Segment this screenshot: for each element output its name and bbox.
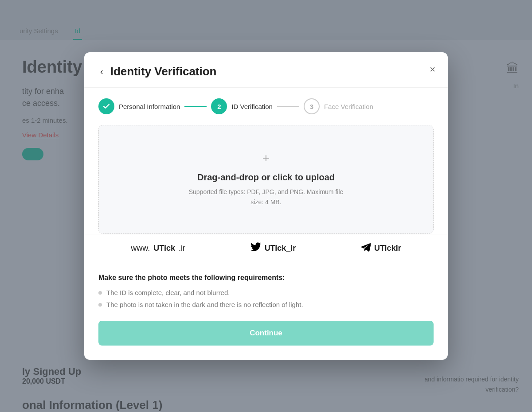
watermark-website: www.UTick.ir [131,244,185,253]
step-1-label: Personal Information [119,103,180,110]
req-title: Make sure the photo meets the following … [98,274,434,282]
watermark-telegram: UTickir [361,242,401,255]
req-list: The ID is complete, clear, and not blurr… [98,289,434,308]
step-3: 3 Face Verification [304,98,373,114]
watermark-banner: www.UTick.ir UTick_ir [84,234,448,263]
modal-title: Identity Verification [110,65,217,78]
req-bullet-2 [98,303,102,307]
watermark-twitter: UTick_ir [250,242,296,255]
steps-row: Personal Information 2 ID Verification 3… [84,88,448,125]
requirements-section: Make sure the photo meets the following … [98,263,434,317]
req-item-2: The photo is not taken in the dark and t… [98,301,434,308]
connector-1 [184,106,207,107]
req-bullet-1 [98,291,102,295]
modal-overlay: ‹ Identity Verification × Personal Infor… [0,0,532,412]
upload-sub-text: Supported file types: PDF, JPG, and PNG.… [189,187,344,207]
step-1: Personal Information [98,98,180,114]
step-2-circle: 2 [211,98,227,114]
back-button[interactable]: ‹ [98,65,105,78]
close-button[interactable]: × [430,65,435,74]
step-3-label: Face Verification [324,103,373,110]
upload-area[interactable]: + Drag-and-drop or click to upload Suppo… [98,125,434,234]
req-item-1: The ID is complete, clear, and not blurr… [98,289,434,296]
step-3-circle: 3 [304,98,320,114]
wm-ir: .ir [179,244,185,253]
telegram-icon [361,242,371,255]
wm-utick-telegram: UTickir [374,244,401,253]
step-1-circle [98,98,114,114]
wm-utick1: UTick [153,244,175,253]
upload-main-text: Drag-and-drop or click to upload [197,172,335,183]
step-2-label: ID Verification [231,103,273,110]
step-2: 2 ID Verification [211,98,273,114]
upload-plus-icon: + [262,152,270,164]
req-text-1: The ID is complete, clear, and not blurr… [106,289,230,296]
identity-verification-modal: ‹ Identity Verification × Personal Infor… [84,52,448,360]
connector-2 [277,106,299,107]
modal-body: + Drag-and-drop or click to upload Suppo… [84,125,448,360]
twitter-icon [250,242,261,255]
modal-header: ‹ Identity Verification × [84,52,448,88]
req-text-2: The photo is not taken in the dark and t… [106,301,303,308]
wm-utick-twitter: UTick_ir [265,244,296,253]
continue-button[interactable]: Continue [98,321,434,346]
wm-www: www. [131,244,150,253]
